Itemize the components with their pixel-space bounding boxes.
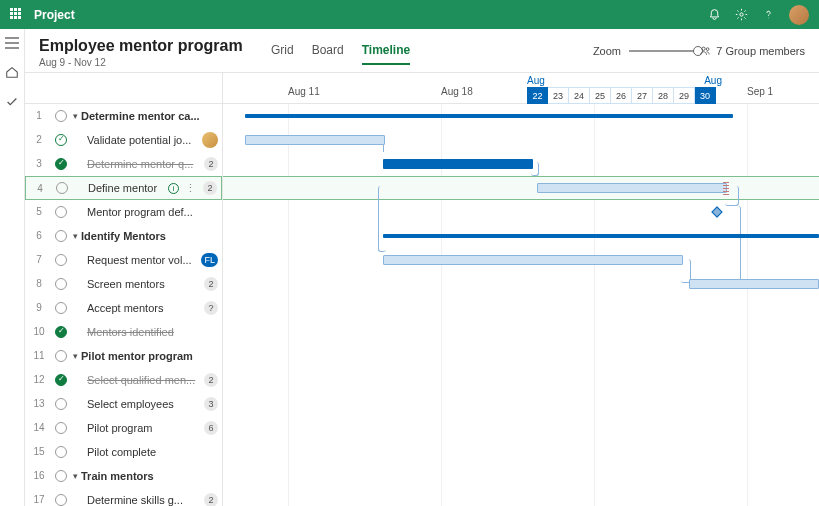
task-name: Select qualified men... [73, 374, 204, 386]
status-circle[interactable] [55, 326, 67, 338]
status-circle[interactable] [55, 494, 67, 506]
more-icon[interactable]: ⋮ [185, 182, 197, 195]
assignee-avatar[interactable] [202, 132, 218, 148]
task-row[interactable]: 4Define mentori⋮2 [25, 176, 222, 200]
info-icon[interactable]: i [168, 183, 179, 194]
day-cell[interactable]: 29 [674, 87, 695, 104]
gantt-bar[interactable] [245, 135, 385, 145]
status-circle[interactable] [56, 182, 68, 194]
group-members-button[interactable]: 7 Group members [699, 45, 805, 57]
home-icon[interactable] [5, 65, 19, 79]
left-rail [0, 29, 25, 506]
task-row[interactable]: 8Screen mentors2 [25, 272, 222, 296]
day-cell[interactable]: 24 [569, 87, 590, 104]
status-circle[interactable] [55, 398, 67, 410]
status-circle[interactable] [55, 446, 67, 458]
subheader: Employee mentor program Aug 9 - Nov 12 G… [25, 29, 819, 73]
zoom-control[interactable]: Zoom [593, 45, 699, 57]
timeline-row[interactable] [223, 320, 819, 344]
tab-board[interactable]: Board [312, 43, 344, 65]
task-row[interactable]: 13Select employees3 [25, 392, 222, 416]
task-row[interactable]: 5Mentor program def... [25, 200, 222, 224]
timeline-row[interactable] [223, 200, 819, 224]
task-row[interactable]: 2Validate potential jo... [25, 128, 222, 152]
task-row[interactable]: 3Determine mentor q...2 [25, 152, 222, 176]
task-name: Screen mentors [73, 278, 204, 290]
timeline-row[interactable] [223, 440, 819, 464]
tab-timeline[interactable]: Timeline [362, 43, 410, 65]
row-number: 16 [29, 470, 49, 481]
day-cell[interactable]: 25 [590, 87, 611, 104]
date-range-selector[interactable]: 222324252627282930 [527, 87, 722, 104]
day-cell[interactable]: 22 [527, 87, 548, 104]
timeline-row[interactable] [223, 488, 819, 506]
tab-grid[interactable]: Grid [271, 43, 294, 65]
task-row[interactable]: 7Request mentor vol...FL [25, 248, 222, 272]
status-circle[interactable] [55, 230, 67, 242]
timeline-row[interactable] [223, 176, 819, 200]
day-cell[interactable]: 27 [632, 87, 653, 104]
chevron-down-icon[interactable]: ▾ [73, 471, 78, 481]
row-number: 4 [30, 183, 50, 194]
status-circle[interactable] [55, 470, 67, 482]
task-row[interactable]: 14Pilot program6 [25, 416, 222, 440]
task-row[interactable]: 6▾Identify Mentors [25, 224, 222, 248]
bar-handle[interactable] [723, 181, 729, 195]
day-cell[interactable]: 30 [695, 87, 716, 104]
svg-point-4 [702, 47, 705, 50]
waffle-icon[interactable] [10, 8, 24, 22]
task-row[interactable]: 15Pilot complete [25, 440, 222, 464]
group-members-text: 7 Group members [716, 45, 805, 57]
check-icon[interactable] [5, 95, 19, 109]
gantt-bar[interactable] [245, 114, 733, 118]
timeline-row[interactable] [223, 392, 819, 416]
chevron-down-icon[interactable]: ▾ [73, 351, 78, 361]
status-circle[interactable] [55, 134, 67, 146]
task-row[interactable]: 9Accept mentors? [25, 296, 222, 320]
timeline-row[interactable] [223, 464, 819, 488]
user-avatar[interactable] [789, 5, 809, 25]
task-row[interactable]: 16▾Train mentors [25, 464, 222, 488]
status-circle[interactable] [55, 206, 67, 218]
menu-icon[interactable] [5, 37, 19, 49]
task-row[interactable]: 11▾Pilot mentor program [25, 344, 222, 368]
project-dates: Aug 9 - Nov 12 [39, 57, 243, 68]
chevron-down-icon[interactable]: ▾ [73, 231, 78, 241]
status-circle[interactable] [55, 422, 67, 434]
gantt-bar[interactable] [537, 183, 727, 193]
task-name: Define mentor [74, 182, 164, 194]
status-circle[interactable] [55, 350, 67, 362]
zoom-slider[interactable] [629, 50, 699, 52]
status-circle[interactable] [55, 254, 67, 266]
timeline-row[interactable] [223, 416, 819, 440]
chevron-down-icon[interactable]: ▾ [73, 111, 78, 121]
gantt-bar[interactable] [383, 255, 683, 265]
status-circle[interactable] [55, 302, 67, 314]
task-row[interactable]: 10Mentors identified [25, 320, 222, 344]
timeline-row[interactable] [223, 296, 819, 320]
status-circle[interactable] [55, 278, 67, 290]
gantt-bar[interactable] [383, 159, 533, 169]
row-number: 17 [29, 494, 49, 505]
task-badge: FL [201, 253, 218, 267]
task-row[interactable]: 17Determine skills g...2 [25, 488, 222, 506]
timeline-row[interactable] [223, 344, 819, 368]
bell-icon[interactable] [708, 8, 721, 21]
row-number: 14 [29, 422, 49, 433]
task-badge: ? [204, 301, 218, 315]
status-circle[interactable] [55, 374, 67, 386]
task-name: Pilot mentor program [81, 350, 222, 362]
day-cell[interactable]: 23 [548, 87, 569, 104]
timeline-row[interactable] [223, 368, 819, 392]
help-icon[interactable] [762, 8, 775, 21]
gantt-bar[interactable] [383, 234, 819, 238]
gantt-bar[interactable] [689, 279, 819, 289]
status-circle[interactable] [55, 158, 67, 170]
gear-icon[interactable] [735, 8, 748, 21]
task-row[interactable]: 12Select qualified men...2 [25, 368, 222, 392]
day-cell[interactable]: 28 [653, 87, 674, 104]
day-cell[interactable]: 26 [611, 87, 632, 104]
task-row[interactable]: 1▾Determine mentor ca... [25, 104, 222, 128]
timeline-pane[interactable]: Aug 11Aug 18Sep 1 Aug Aug 22232425262728… [223, 73, 819, 506]
status-circle[interactable] [55, 110, 67, 122]
